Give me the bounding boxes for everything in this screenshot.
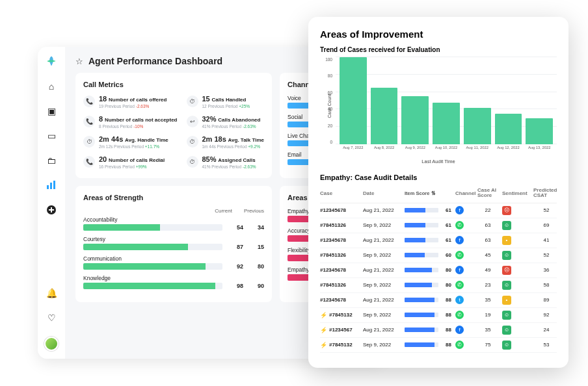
th-item-score-sort[interactable]: Item Score ⇅	[405, 190, 451, 196]
cell-sentiment: ☹	[502, 266, 529, 275]
strength-bar	[83, 263, 222, 270]
metric-item: ⏱ 2m 44s Avg. Handle Time 2m 12s Previou…	[83, 135, 178, 149]
chart-yaxis: Case Count 100806040200	[320, 57, 336, 155]
metric-icon: ⏱	[187, 136, 198, 148]
metric-label: Avg. Handle Time	[125, 137, 168, 143]
th-sentiment: Sentiment	[502, 190, 529, 196]
table-row[interactable]: ⚡#7845132 Sep 9, 2022 88 ✆ 19 ☺ 92	[320, 308, 557, 323]
xtick: Aug 8, 2022	[371, 144, 398, 155]
channel-facebook-icon: f	[455, 206, 464, 214]
strength-row: Communication 92 80	[83, 255, 264, 270]
cell-item-score: 88	[405, 327, 451, 333]
cell-ai-score: 75	[477, 342, 498, 348]
cell-case: #78451326	[320, 252, 359, 258]
col-previous: Previous	[244, 208, 264, 214]
table-row[interactable]: #78451326 Sep 9, 2022 60 ✆ 45 ☺ 52	[320, 248, 557, 263]
metric-sub: 12 Previous Period +25%	[202, 104, 250, 109]
nav-contacts-icon[interactable]: ▭	[46, 130, 57, 142]
metric-icon: 📞	[83, 156, 95, 168]
chart-bar	[526, 118, 553, 144]
metric-sub: 41% Previous Period -2.63%	[202, 124, 261, 129]
metric-label: Avg. Talk Time	[228, 137, 264, 143]
cell-channel: f	[455, 236, 474, 244]
channel-facebook-icon: f	[455, 326, 464, 334]
cell-channel: ✆	[455, 281, 474, 289]
xaxis-label: Last Audit Time	[320, 159, 557, 164]
cell-ai-score: 23	[477, 282, 498, 288]
table-header: Case Date Item Score ⇅ Channel Case AI S…	[320, 185, 557, 203]
metric-sub: 19 Previous Period -2.63%	[99, 104, 167, 109]
table-row[interactable]: #12345678 Aug 21, 2022 80 f 49 ☹ 36	[320, 263, 557, 278]
metric-item: ⏱ 2m 18s Avg. Talk Time 1m 44s Previous …	[187, 135, 265, 149]
nav-workspace-icon[interactable]: 🗀	[46, 155, 57, 166]
cell-ai-score: 35	[477, 297, 498, 303]
strength-header: Current Previous	[83, 208, 264, 214]
nav-tasks-icon[interactable]: ▣	[46, 105, 57, 117]
card-areas-strength: Areas of Strength Current Previous Accou…	[75, 186, 272, 302]
cell-date: Aug 21, 2022	[363, 267, 401, 273]
table-row[interactable]: #12345678 Aug 21, 2022 61 f 63 • 41	[320, 233, 557, 248]
strength-current: 98	[229, 283, 243, 289]
cell-item-score: 61	[405, 237, 451, 243]
favorite-star-icon[interactable]: ☆	[75, 57, 83, 66]
ytick: 40	[319, 107, 332, 111]
table-row[interactable]: ⚡#1234567 Aug 21, 2022 88 f 35 ☺ 24	[320, 323, 557, 338]
cell-item-score: 60	[405, 252, 451, 258]
sentiment-badge: ☺	[502, 251, 511, 260]
cell-sentiment: •	[502, 236, 529, 245]
sentiment-badge: ☺	[502, 311, 511, 320]
strength-previous: 90	[250, 283, 264, 289]
cell-sentiment: ☺	[502, 281, 529, 290]
cell-item-score: 88	[405, 312, 451, 318]
cell-sentiment: ☺	[502, 221, 529, 230]
strength-previous: 15	[250, 244, 264, 250]
strength-previous: 80	[250, 263, 264, 270]
table-row[interactable]: #12345678 Aug 21, 2022 88 t 35 • 89	[320, 293, 557, 308]
cell-channel: f	[455, 326, 474, 334]
cell-case: #12345678	[320, 207, 359, 213]
table-row[interactable]: #78451326 Sep 9, 2022 80 ✆ 23 ☺ 58	[320, 278, 557, 293]
user-avatar[interactable]	[44, 337, 59, 351]
cell-item-score: 88	[405, 297, 451, 303]
ytick: 80	[319, 73, 332, 78]
cell-date: Sep 9, 2022	[363, 312, 401, 318]
panel-title: Areas of Improvement	[320, 29, 557, 40]
ytick: 20	[319, 123, 332, 128]
cell-csat: 24	[533, 327, 559, 333]
trend-chart: Case Count 100806040200 Aug 7, 2022Aug 8…	[320, 57, 557, 155]
xtick: Aug 12, 2022	[495, 144, 522, 155]
sentiment-badge: ☺	[502, 341, 511, 350]
metric-value: 2m 44s	[99, 135, 123, 143]
cell-date: Aug 21, 2022	[363, 297, 401, 303]
cell-sentiment: ☹	[502, 206, 529, 215]
cell-ai-score: 19	[477, 312, 498, 318]
xtick: Aug 11, 2022	[464, 144, 491, 155]
metric-label: Number of calls offered	[109, 97, 167, 103]
cell-channel: ✆	[455, 311, 474, 319]
sentiment-badge: •	[502, 236, 511, 245]
nav-analytics-icon[interactable]	[46, 179, 57, 191]
metric-sub: 2m 12s Previous Period +11.7%	[99, 144, 168, 149]
strength-label: Knowledge	[83, 275, 264, 281]
cell-csat: 92	[533, 312, 559, 318]
strength-current: 92	[229, 263, 243, 270]
nav-wellbeing-icon[interactable]: ♡	[46, 312, 57, 324]
table-row[interactable]: #12345678 Aug 21, 2022 61 f 22 ☹ 52	[320, 203, 557, 218]
cell-case: ⚡#7845132	[320, 312, 359, 318]
cell-sentiment: ☺	[502, 251, 529, 260]
sentiment-badge: ☹	[502, 266, 511, 275]
th-date: Date	[363, 190, 401, 196]
cell-case: #12345678	[320, 237, 359, 243]
sentiment-badge: ☺	[502, 326, 511, 335]
cell-channel: f	[455, 206, 474, 214]
nav-home-icon[interactable]: ⌂	[46, 81, 57, 92]
sentiment-badge: ☺	[502, 281, 511, 290]
nav-notifications-icon[interactable]: 🔔	[46, 287, 57, 299]
table-row[interactable]: ⚡#7845132 Sep 9, 2022 88 ✆ 75 ☺ 53	[320, 338, 557, 353]
metric-item: ⏱ 15 Calls Handled 12 Previous Period +2…	[187, 95, 265, 109]
xtick: Aug 9, 2022	[401, 144, 429, 155]
cell-item-score: 61	[405, 207, 451, 213]
nav-add-icon[interactable]	[46, 204, 57, 216]
metric-value: 15	[202, 95, 210, 103]
table-row[interactable]: #78451326 Sep 9, 2022 61 ✆ 63 ☺ 69	[320, 218, 557, 233]
